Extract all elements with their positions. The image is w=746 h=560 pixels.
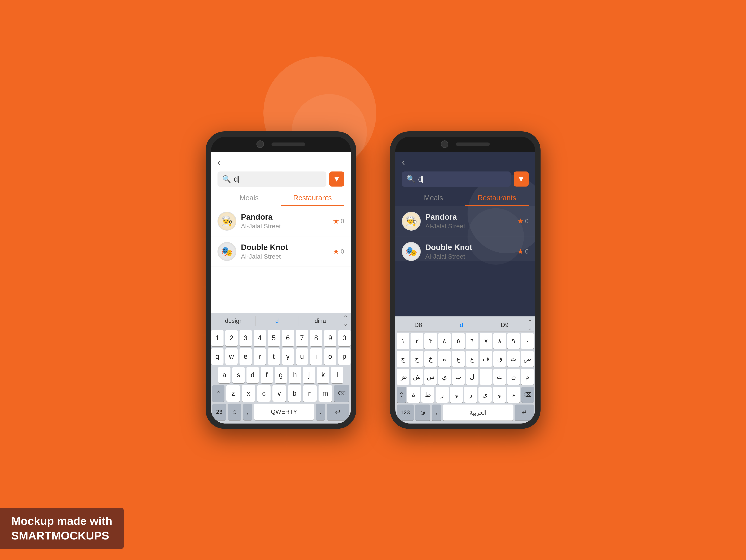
key-9[interactable]: 9 [324, 330, 336, 346]
key-0[interactable]: 0 [338, 330, 350, 346]
key-i[interactable]: i [310, 348, 322, 365]
restaurant-item-doubleknot-left[interactable]: 🎭 Double Knot Al-Jalal Street ★ 0 [211, 236, 351, 267]
suggestion-d[interactable]: d [255, 316, 299, 326]
key-ar-mim[interactable]: م [521, 369, 534, 385]
key-6[interactable]: 6 [282, 330, 294, 346]
key-ar-ya2[interactable]: ى [479, 387, 492, 403]
key-ar-9[interactable]: ٩ [507, 333, 520, 349]
key-j[interactable]: j [303, 367, 315, 383]
key-ar-123[interactable]: 123 [397, 404, 414, 421]
key-backspace[interactable]: ⌫ [334, 385, 349, 402]
key-return-left[interactable]: ↵ [327, 403, 349, 420]
key-ar-ba[interactable]: ب [452, 369, 464, 385]
key-23[interactable]: 23 [212, 403, 226, 420]
key-ar-ha[interactable]: ه [438, 351, 451, 367]
key-ar-6[interactable]: ٦ [466, 333, 479, 349]
key-t[interactable]: t [268, 348, 280, 365]
suggestion-d-right[interactable]: d [440, 321, 483, 329]
key-2[interactable]: 2 [225, 330, 238, 346]
key-ar-fa[interactable]: ف [480, 351, 492, 367]
restaurant-item-pandora-left[interactable]: 👨‍🍳 Pandora Al-Jalal Street ★ 0 [211, 206, 351, 236]
key-d[interactable]: d [247, 367, 259, 383]
key-3[interactable]: 3 [239, 330, 252, 346]
key-5[interactable]: 5 [268, 330, 280, 346]
key-ar-ra[interactable]: ر [464, 387, 477, 403]
key-m[interactable]: m [318, 385, 332, 402]
key-e[interactable]: e [239, 348, 252, 365]
key-ar-return[interactable]: ↵ [515, 404, 534, 421]
key-ar-sad[interactable]: ص [521, 351, 534, 367]
key-ar-lam[interactable]: ل [466, 369, 479, 385]
suggestion-D8[interactable]: D8 [397, 321, 440, 329]
back-button-left[interactable]: ‹ [218, 157, 221, 167]
key-emoji-left[interactable]: ☺ [228, 403, 241, 420]
search-input-wrap-right[interactable]: 🔍 d [402, 171, 511, 187]
key-o[interactable]: o [324, 348, 336, 365]
key-ar-ya[interactable]: ي [438, 369, 451, 385]
tab-restaurants-right[interactable]: Restaurants [465, 191, 529, 206]
key-ar-8[interactable]: ٨ [493, 333, 506, 349]
key-ar-j[interactable]: ج [397, 351, 409, 367]
key-r[interactable]: r [254, 348, 266, 365]
key-ar-shin[interactable]: ش [410, 369, 423, 385]
suggestion-D9[interactable]: D9 [483, 321, 526, 329]
restaurant-item-doubleknot-right[interactable]: 🎭 Double Knot Al-Jalal Street ★ 0 [395, 236, 535, 261]
suggestion-design[interactable]: design [212, 316, 256, 326]
key-ar-za[interactable]: ز [435, 387, 449, 403]
key-ar-waw[interactable]: و [450, 387, 463, 403]
key-ar-comma[interactable]: ، [432, 404, 441, 421]
back-button-right[interactable]: ‹ [402, 157, 405, 167]
key-n[interactable]: n [303, 385, 317, 402]
key-7[interactable]: 7 [296, 330, 308, 346]
key-s[interactable]: s [232, 367, 245, 383]
key-ar-1[interactable]: ١ [397, 333, 409, 349]
key-1[interactable]: 1 [211, 330, 224, 346]
key-y[interactable]: y [282, 348, 294, 365]
key-ar-hamza[interactable]: ء [507, 387, 520, 403]
search-input-wrap-left[interactable]: 🔍 d [218, 171, 326, 187]
filter-button-left[interactable]: ▼ [329, 171, 344, 187]
key-q[interactable]: q [211, 348, 224, 365]
key-p[interactable]: p [338, 348, 350, 365]
key-x[interactable]: x [242, 385, 255, 402]
key-ar-shift[interactable]: ⇧ [397, 387, 406, 403]
key-w[interactable]: w [225, 348, 238, 365]
key-ar-2[interactable]: ٢ [410, 333, 423, 349]
restaurant-item-pandora-right[interactable]: 👨‍🍳 Pandora Al-Jalal Street ★ 0 [395, 206, 535, 236]
key-ar-7[interactable]: ٧ [480, 333, 492, 349]
key-ar-5[interactable]: ٥ [452, 333, 464, 349]
suggestion-dina[interactable]: dina [299, 316, 342, 326]
key-v[interactable]: v [272, 385, 286, 402]
key-z[interactable]: z [226, 385, 240, 402]
key-ar-ta[interactable]: ت [493, 369, 506, 385]
tab-meals-left[interactable]: Meals [218, 191, 281, 206]
key-ar-space[interactable]: العربية [443, 404, 513, 421]
key-ar-4[interactable]: ٤ [438, 333, 451, 349]
key-ar-sin[interactable]: س [424, 369, 437, 385]
key-8[interactable]: 8 [310, 330, 322, 346]
key-u[interactable]: u [296, 348, 308, 365]
tab-restaurants-left[interactable]: Restaurants [281, 191, 344, 206]
key-ar-zha[interactable]: ظ [421, 387, 434, 403]
key-ar-qaf[interactable]: ق [493, 351, 506, 367]
key-ar-alef[interactable]: ا [480, 369, 492, 385]
key-b[interactable]: b [288, 385, 302, 402]
key-ar-backspace[interactable]: ⌫ [521, 387, 534, 403]
key-shift[interactable]: ⇧ [212, 385, 225, 402]
key-ar-nun[interactable]: ن [507, 369, 520, 385]
key-k[interactable]: k [317, 367, 329, 383]
key-h[interactable]: h [289, 367, 301, 383]
tab-meals-right[interactable]: Meals [402, 191, 465, 206]
key-comma-left[interactable]: , [243, 403, 252, 420]
key-ar-h[interactable]: ح [410, 351, 423, 367]
key-ar-3[interactable]: ٣ [424, 333, 437, 349]
key-l[interactable]: l [331, 367, 343, 383]
key-ar-0[interactable]: ٠ [521, 333, 534, 349]
key-ar-emoji[interactable]: ☺ [415, 404, 430, 421]
key-ar-tha[interactable]: ث [507, 351, 520, 367]
key-ar-ghain[interactable]: غ [466, 351, 479, 367]
key-ar-ain[interactable]: ع [452, 351, 464, 367]
key-ar-dad[interactable]: ض [397, 369, 409, 385]
key-a[interactable]: a [218, 367, 230, 383]
key-c[interactable]: c [257, 385, 271, 402]
